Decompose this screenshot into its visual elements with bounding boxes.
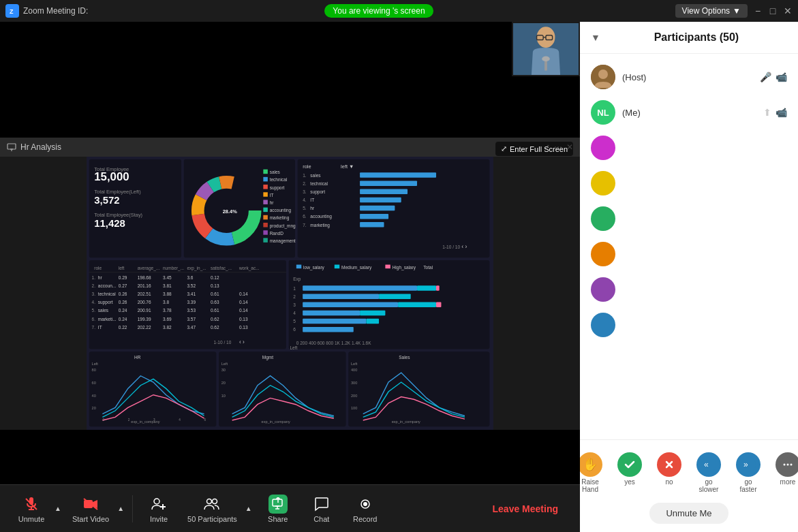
svg-text:0.14: 0.14 xyxy=(239,300,248,304)
svg-text:exp_in_company: exp_in_company xyxy=(392,420,420,424)
leave-meeting-button[interactable]: Leave Meeting xyxy=(482,498,569,520)
participants-chevron[interactable]: ▲ xyxy=(243,502,255,515)
svg-text:6.: 6. xyxy=(303,214,307,219)
reaction-row: ✋ Raise Hand yes xyxy=(591,448,787,497)
svg-text:sales: sales xyxy=(98,308,109,313)
svg-text:Left: Left xyxy=(221,362,228,366)
svg-text:satisfac_...: satisfac_... xyxy=(211,266,232,271)
svg-rect-29 xyxy=(263,170,268,174)
unmute-chevron[interactable]: ▲ xyxy=(52,502,64,515)
go-faster-button[interactable]: » go faster xyxy=(731,448,765,497)
svg-text:support: support xyxy=(270,185,285,191)
svg-text:20: 20 xyxy=(92,406,96,410)
participant-avatar xyxy=(591,136,615,160)
svg-point-8 xyxy=(542,57,550,62)
svg-text:0.29: 0.29 xyxy=(119,275,127,280)
svg-text:0.24: 0.24 xyxy=(119,308,127,313)
svg-text:0.61: 0.61 xyxy=(211,308,219,313)
participant-row xyxy=(580,236,798,272)
svg-text:3.78: 3.78 xyxy=(163,308,172,313)
svg-text:6.: 6. xyxy=(92,317,96,322)
svg-text:1: 1 xyxy=(293,286,296,291)
invite-label: Invite xyxy=(150,515,168,523)
microphone-muted-icon xyxy=(22,495,41,514)
minimize-button[interactable]: − xyxy=(753,6,763,16)
yes-button[interactable]: yes xyxy=(613,448,647,497)
participant-row xyxy=(580,166,798,201)
unmute-button[interactable]: Unmute xyxy=(11,490,52,527)
more-reactions-button[interactable]: more xyxy=(771,448,798,497)
video-area: Hr Analysis ⤢ ⋯ ✕ ⤢ Enter Full Screen xyxy=(0,22,580,532)
svg-point-205 xyxy=(154,499,159,504)
svg-rect-47 xyxy=(263,238,268,242)
share-button[interactable]: Share xyxy=(258,490,298,527)
svg-text:6: 6 xyxy=(204,418,206,422)
svg-text:0.22: 0.22 xyxy=(119,325,127,330)
svg-text:‹ ›: ‹ › xyxy=(239,339,245,345)
svg-rect-35 xyxy=(263,192,268,197)
svg-text:3.82: 3.82 xyxy=(163,325,172,330)
svg-text:3.: 3. xyxy=(303,189,307,194)
start-video-group: Start Video ▲ xyxy=(67,490,127,527)
view-options-button[interactable]: View Options ▼ xyxy=(675,4,748,18)
svg-text:1-10 / 10: 1-10 / 10 xyxy=(442,245,460,249)
svg-point-218 xyxy=(622,457,637,472)
maximize-button[interactable]: □ xyxy=(768,6,778,16)
svg-text:0.62: 0.62 xyxy=(211,317,219,322)
svg-rect-57 xyxy=(360,181,417,185)
svg-text:3.47: 3.47 xyxy=(187,325,196,330)
chat-label: Chat xyxy=(313,515,329,523)
meeting-id: Zoom Meeting ID: xyxy=(23,6,88,16)
participant-avatar xyxy=(591,313,615,337)
raise-hand-icon: ✋ xyxy=(578,452,602,477)
svg-text:role: role xyxy=(303,163,311,170)
chat-button[interactable]: Chat xyxy=(301,490,342,527)
close-button[interactable]: ✕ xyxy=(783,6,793,16)
participant-avatar xyxy=(591,242,615,266)
participant-row xyxy=(580,130,798,166)
invite-button[interactable]: Invite xyxy=(138,490,179,527)
unmute-label: Unmute xyxy=(18,515,45,523)
go-faster-label: go faster xyxy=(735,478,761,493)
svg-text:0.13: 0.13 xyxy=(211,283,219,288)
panel-chevron[interactable]: ▼ xyxy=(591,32,600,43)
svg-rect-143 xyxy=(335,265,339,269)
svg-rect-54 xyxy=(360,172,436,177)
screen-share-label: Hr Analysis xyxy=(20,142,61,152)
svg-rect-210 xyxy=(273,499,282,506)
record-label: Record xyxy=(353,515,377,523)
participant-thumbnail xyxy=(512,22,580,76)
go-slower-button[interactable]: « go slower xyxy=(692,448,726,497)
participants-button[interactable]: 50 Participants xyxy=(182,490,243,527)
svg-text:0.14: 0.14 xyxy=(239,292,248,296)
svg-text:technical: technical xyxy=(98,292,116,296)
video-chevron[interactable]: ▲ xyxy=(114,502,127,515)
record-button[interactable]: Record xyxy=(345,490,386,527)
no-button[interactable]: no xyxy=(652,448,686,497)
svg-text:40: 40 xyxy=(92,394,96,398)
more-reactions-icon xyxy=(776,452,798,477)
svg-text:left ▼: left ▼ xyxy=(341,163,354,170)
start-video-button[interactable]: Start Video xyxy=(67,490,114,527)
fullscreen-button[interactable]: ⤢ Enter Full Screen xyxy=(495,142,573,156)
svg-text:hr: hr xyxy=(270,200,275,205)
svg-text:Left: Left xyxy=(351,362,358,366)
invite-icon xyxy=(149,495,168,514)
participant-row xyxy=(580,272,798,307)
svg-text:technical: technical xyxy=(270,177,288,182)
svg-text:200.91: 200.91 xyxy=(138,308,151,313)
chat-icon xyxy=(312,495,331,514)
svg-text:1-10 / 10: 1-10 / 10 xyxy=(214,340,232,345)
svg-rect-145 xyxy=(385,265,390,269)
svg-rect-150 xyxy=(303,285,417,290)
host-row: (Host) 🎤 📹 xyxy=(580,59,798,95)
svg-text:exp_in_company: exp_in_company xyxy=(262,420,290,424)
screen-share-header: Hr Analysis ⤢ ⋯ ✕ xyxy=(0,138,580,157)
svg-text:HR: HR xyxy=(134,355,141,360)
participants-group: 50 Participants ▲ xyxy=(182,490,255,527)
svg-rect-66 xyxy=(360,206,395,210)
svg-text:left: left xyxy=(119,266,125,270)
svg-text:0.26: 0.26 xyxy=(119,292,127,296)
unmute-me-button[interactable]: Unmute Me xyxy=(649,503,728,524)
svg-rect-161 xyxy=(303,311,360,315)
